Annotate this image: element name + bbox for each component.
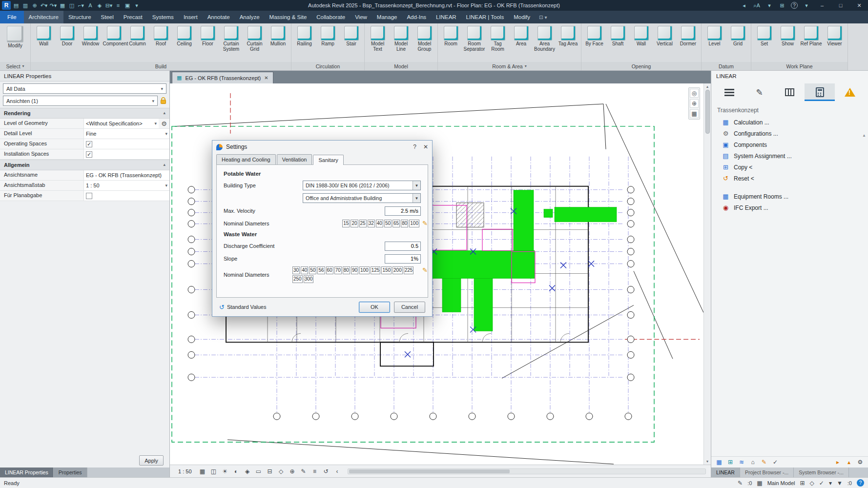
diameter-chip[interactable]: 50 <box>309 266 316 274</box>
discharge-coefficient-input[interactable] <box>385 242 421 251</box>
exclude-options-icon[interactable]: ◇ <box>810 480 814 487</box>
crop-view-icon[interactable]: ▭ <box>255 468 263 475</box>
print-icon[interactable]: ▦ <box>59 1 66 9</box>
tab-massing-site[interactable]: Massing & Site <box>265 11 312 23</box>
menu-item-system-assignment[interactable]: ▤System Assignment ... <box>711 150 868 162</box>
ribbon-button[interactable]: Model Group <box>413 24 436 52</box>
show-crop-icon[interactable]: ⊟ <box>266 468 274 475</box>
diameter-chip[interactable]: 70 <box>334 266 342 274</box>
selection-dropdown[interactable]: Ansichten (1)▾ <box>3 96 158 106</box>
menu-item-copy[interactable]: ⊞Copy < <box>711 162 868 173</box>
horizontal-scrollbar[interactable] <box>348 468 706 474</box>
tab-ventilation[interactable]: Ventilation <box>277 154 312 164</box>
diameter-chip[interactable]: 100 <box>359 266 370 274</box>
ribbon-button[interactable]: Level <box>703 24 726 47</box>
select-links-icon[interactable]: ▾ <box>829 480 832 487</box>
installation-spaces-checkbox[interactable]: ✓ <box>86 151 92 158</box>
qat-dropdown-icon[interactable]: ▾ <box>133 1 141 9</box>
ribbon-button[interactable]: Tag Area <box>557 24 579 47</box>
diameter-chip[interactable]: 300 <box>304 275 314 283</box>
measure-icon[interactable]: ◫ <box>68 1 76 9</box>
ribbon-button[interactable]: Dormer <box>677 24 700 47</box>
ribbon-button[interactable]: Wall <box>32 24 55 47</box>
tab-precast[interactable]: Precast <box>119 11 147 23</box>
diameter-chip[interactable]: 20 <box>351 220 358 227</box>
diameter-chip[interactable]: 200 <box>393 266 403 274</box>
design-options-icon[interactable]: ⊞ <box>800 480 805 487</box>
help-icon[interactable]: ? <box>857 479 864 487</box>
steering-wheel-icon[interactable]: ◎ <box>690 89 699 98</box>
dialog-close-button[interactable]: ✕ <box>423 143 428 150</box>
section-allgemein[interactable]: Allgemein▴ <box>0 160 169 170</box>
ribbon-button[interactable]: Tag Room <box>486 24 509 52</box>
ribbon-button[interactable]: Column <box>126 24 149 47</box>
undo-icon[interactable]: ↶▾ <box>40 1 48 9</box>
revit-logo[interactable]: R <box>2 1 11 10</box>
tab-linear-tools[interactable]: LINEAR | Tools <box>461 11 509 23</box>
ribbon-button[interactable]: Shaft <box>606 24 629 47</box>
ribbon-button[interactable]: Wall <box>630 24 653 47</box>
edit-pencil-icon[interactable]: ✎ <box>422 266 428 274</box>
ok-button[interactable]: OK <box>359 302 390 313</box>
ribbon-button[interactable]: Room Separator <box>463 24 486 52</box>
temporary-hide-icon[interactable]: ◇ <box>277 468 285 475</box>
tab-analyze[interactable]: Analyze <box>235 11 265 23</box>
diameter-chip[interactable]: 150 <box>381 266 392 274</box>
diameter-chip[interactable]: 65 <box>393 220 400 227</box>
main-model-label[interactable]: Main Model <box>767 480 795 486</box>
apply-button[interactable]: Apply <box>139 455 164 466</box>
scheme-tool-icon[interactable]: ≋ <box>738 459 745 466</box>
diameter-chip[interactable]: 15 <box>342 220 350 227</box>
ribbon-display-toggle[interactable]: ⊡▾ <box>535 11 551 23</box>
all-data-dropdown[interactable]: All Data▾ <box>3 83 166 94</box>
tab-linear[interactable]: LINEAR <box>431 11 461 23</box>
calculation-mode-button[interactable] <box>805 83 835 101</box>
section-rendering[interactable]: Rendering▴ <box>0 108 169 119</box>
view-tab[interactable]: ▦ EG - OK RFB (Trassenkonzept) ✕ <box>172 72 273 83</box>
section-icon[interactable]: ⊟▾ <box>105 1 113 9</box>
sync-icon[interactable]: ⊕ <box>31 1 39 9</box>
standard-values-button[interactable]: ↺ Standard Values <box>219 304 266 311</box>
dialog-help-button[interactable]: ? <box>413 143 416 150</box>
menu-item-calculation[interactable]: ▦Calculation ... <box>711 117 868 128</box>
tab-system-browser[interactable]: System Browser -... <box>794 468 849 477</box>
open-icon[interactable]: ▤ <box>12 1 20 9</box>
diameter-chip[interactable]: 60 <box>326 266 333 274</box>
edit-pencil-icon[interactable]: ✎ <box>422 220 428 227</box>
ribbon-button[interactable]: Set <box>753 24 776 47</box>
redo-icon[interactable]: ↷▾ <box>49 1 57 9</box>
visual-style-icon[interactable]: ◫ <box>210 468 218 475</box>
detail-level-select[interactable]: Fine▾ <box>84 129 169 139</box>
ribbon-button[interactable]: Component <box>103 24 125 47</box>
maximize-button[interactable]: □ <box>834 2 847 8</box>
tab-linear-panel[interactable]: LINEAR <box>711 468 740 477</box>
menu-item-reset[interactable]: ↺Reset < <box>711 173 868 184</box>
ribbon-button[interactable]: Ref Plane <box>800 24 823 47</box>
ribbon-button[interactable]: Modify <box>1 24 29 49</box>
collapse-icon[interactable]: ◂ <box>740 1 748 9</box>
ribbon-button[interactable]: Curtain System <box>220 24 243 52</box>
ribbon-button[interactable]: Door <box>56 24 79 47</box>
ribbon-button[interactable]: Model Text <box>366 24 389 52</box>
cart-icon[interactable]: ⊞ <box>778 1 786 9</box>
save-icon[interactable]: ▥ <box>21 1 29 9</box>
panel-label-select[interactable]: Select▾ <box>0 62 30 70</box>
reveal-hidden-icon[interactable]: ⊕ <box>289 468 296 475</box>
menu-item-ifc-export[interactable]: ◉IFC Export ... <box>711 202 868 213</box>
tab-manage[interactable]: Manage <box>372 11 402 23</box>
building-type-standard-select[interactable]: DIN 1988-300/ EN 806 (2012 / 2006) ▼ <box>303 181 421 190</box>
operating-spaces-checkbox[interactable]: ✓ <box>86 141 92 147</box>
slope-input[interactable] <box>385 254 421 264</box>
ribbon-button[interactable]: Railing <box>293 24 316 47</box>
search-icon[interactable]: ⌕A <box>753 1 761 9</box>
close-view-icon[interactable]: ✕ <box>264 75 268 81</box>
ribbon-button[interactable]: By Face <box>583 24 606 47</box>
tab-heating-cooling[interactable]: Heating and Cooling <box>216 154 276 164</box>
ribbon-button[interactable]: Mullion <box>267 24 289 47</box>
tab-linear-properties[interactable]: LINEAR Properties <box>0 468 54 477</box>
ribbon-button[interactable]: Ramp <box>316 24 339 47</box>
ansichtsname-field[interactable]: EG - OK RFB (Trassenkonzept) <box>84 170 169 180</box>
temporary-view-properties-icon[interactable]: ✎ <box>300 468 308 475</box>
filter-icon[interactable]: ▼ <box>837 480 843 487</box>
close-button[interactable]: ✕ <box>852 2 866 9</box>
